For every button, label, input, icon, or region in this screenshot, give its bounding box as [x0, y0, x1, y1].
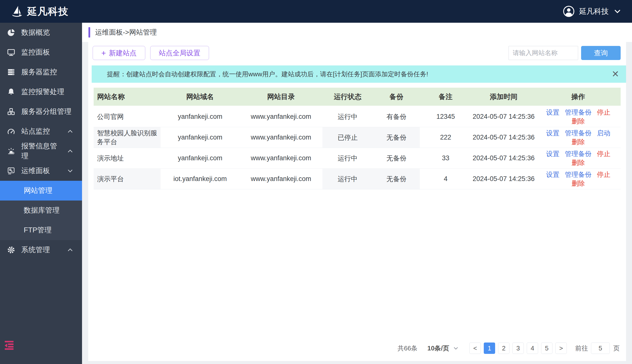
page-button-3[interactable]: 3 [512, 342, 524, 354]
cell-added-time: 2024-05-07 14:25:36 [471, 106, 536, 127]
page-button-1[interactable]: 1 [484, 342, 495, 354]
close-icon[interactable]: ✕ [612, 70, 619, 78]
action-link-删除[interactable]: 删除 [571, 138, 585, 146]
action-link-管理备份[interactable]: 管理备份 [565, 130, 591, 137]
sidebar-subitem-网站管理[interactable]: 网站管理 [0, 181, 82, 200]
cell-actions: 设置管理备份停止删除 [536, 169, 621, 190]
cell-domain: yanfankeji.com [161, 148, 240, 169]
search-input[interactable] [508, 46, 578, 60]
main-area: 运维面板->网站管理 + 新建站点 站点全局设置 [82, 23, 632, 364]
breadcrumb-bar: 运维面板->网站管理 [82, 23, 632, 42]
sidebar-subitem-FTP管理[interactable]: FTP管理 [0, 220, 82, 240]
cell-domain: yanfankeji.com [161, 127, 240, 148]
cell-note: 222 [420, 127, 471, 148]
cubes-icon [7, 108, 15, 116]
cell-site-name: 演示平台 [94, 169, 161, 190]
page-button-5[interactable]: 5 [541, 342, 552, 354]
sidebar-item-7[interactable]: 报警信息管理 [0, 141, 82, 161]
sidebar-item-8[interactable]: 运维面板 [0, 161, 82, 181]
cell-directory: www.yanfankeji.com [240, 169, 322, 190]
sites-table: 网站名称网站域名网站目录运行状态备份备注添加时间操作 公司官网yanfankej… [94, 88, 621, 190]
action-link-设置[interactable]: 设置 [546, 150, 559, 158]
action-link-设置[interactable]: 设置 [546, 109, 559, 116]
cell-note: 33 [420, 148, 471, 169]
cell-actions: 设置管理备份停止删除 [536, 106, 621, 127]
sidebar-item-3[interactable]: 服务器监控 [0, 62, 82, 82]
next-page-button[interactable]: > [555, 342, 567, 354]
brand-name: 延凡科技 [27, 5, 69, 18]
page-button-4[interactable]: 4 [527, 342, 538, 354]
action-link-设置[interactable]: 设置 [546, 130, 559, 137]
page-size-select[interactable]: 10条/页 [427, 344, 459, 353]
cell-directory: www.yanfankeji.com [240, 127, 322, 148]
breadcrumb: 运维面板->网站管理 [95, 28, 157, 37]
sidebar-menu: 数据概览监控面板服务器监控监控报警处理服务器分组管理站点监控报警信息管理运维面板… [0, 23, 82, 260]
sidebar-item-label: 报警信息管理 [21, 141, 61, 161]
breadcrumb-accent [89, 27, 90, 38]
app-root: 延凡科技 延凡科技 数据概览监控面板服务器监控监控报警处理服务器分组管理站点监控… [0, 0, 632, 364]
sidebar-subitem-label: FTP管理 [24, 225, 52, 235]
sidebar-submenu: 网站管理数据库管理FTP管理 [0, 181, 82, 240]
page-button-2[interactable]: 2 [498, 342, 509, 354]
goto-page-input[interactable] [591, 342, 610, 354]
action-link-删除[interactable]: 删除 [571, 159, 585, 166]
sites-table-wrap: 网站名称网站域名网站目录运行状态备份备注添加时间操作 公司官网yanfankej… [94, 88, 621, 190]
top-header: 延凡科技 延凡科技 [0, 0, 632, 23]
sidebar-item-1[interactable]: 数据概览 [0, 23, 82, 42]
cell-status: 已停止 [322, 127, 373, 148]
sidebar-item-5[interactable]: 服务器分组管理 [0, 102, 82, 122]
brand-logo-icon [10, 5, 24, 18]
sidebar-item-2[interactable]: 监控面板 [0, 42, 82, 62]
pie-chart-icon [7, 28, 15, 37]
sidebar-item-6[interactable]: 站点监控 [0, 122, 82, 141]
sidebar-item-label: 监控报警处理 [21, 87, 64, 97]
cell-status: 运行中 [322, 169, 373, 190]
global-settings-button[interactable]: 站点全局设置 [150, 46, 209, 60]
user-menu[interactable]: 延凡科技 [563, 6, 622, 17]
toolbar-buttons: + 新建站点 站点全局设置 [93, 46, 209, 60]
action-link-删除[interactable]: 删除 [571, 180, 585, 187]
table-row: 公司官网yanfankeji.comwww.yanfankeji.com运行中有… [94, 106, 621, 127]
column-header: 网站域名 [161, 88, 240, 106]
content-panel: + 新建站点 站点全局设置 查询 提醒： [88, 42, 626, 361]
shell: 数据概览监控面板服务器监控监控报警处理服务器分组管理站点监控报警信息管理运维面板… [0, 23, 632, 364]
cell-status: 运行中 [322, 106, 373, 127]
cell-backup: 有备份 [373, 106, 420, 127]
action-link-停止[interactable]: 停止 [597, 171, 610, 178]
alert-banner: 提醒：创建站点时会自动创建权限配置，统一使用www用户。建站成功后，请在[计划任… [92, 66, 626, 83]
action-link-设置[interactable]: 设置 [546, 171, 559, 178]
chevron-down-icon [453, 345, 459, 352]
table-row: 演示地址yanfankeji.comwww.yanfankeji.com运行中无… [94, 148, 621, 169]
action-link-停止[interactable]: 停止 [597, 109, 610, 116]
action-link-管理备份[interactable]: 管理备份 [565, 150, 591, 158]
cell-backup: 无备份 [373, 127, 420, 148]
global-settings-label: 站点全局设置 [159, 48, 200, 58]
gear-icon [7, 246, 15, 254]
table-row: 智慧校园人脸识别服务平台yanfankeji.comwww.yanfankeji… [94, 127, 621, 148]
cell-added-time: 2024-05-07 14:25:36 [471, 169, 536, 190]
table-header-row: 网站名称网站域名网站目录运行状态备份备注添加时间操作 [94, 88, 621, 106]
column-header: 网站目录 [240, 88, 322, 106]
collapse-sidebar-icon[interactable] [4, 340, 15, 350]
search-button[interactable]: 查询 [581, 46, 621, 60]
table-body: 公司官网yanfankeji.comwww.yanfankeji.com运行中有… [94, 106, 621, 190]
pagination-total: 共66条 [398, 344, 418, 353]
sidebar-subitem-数据库管理[interactable]: 数据库管理 [0, 200, 82, 220]
action-link-停止[interactable]: 停止 [597, 150, 610, 158]
sidebar-item-9[interactable]: 系统管理 [0, 240, 82, 260]
action-link-删除[interactable]: 删除 [571, 118, 585, 125]
action-link-管理备份[interactable]: 管理备份 [565, 171, 591, 178]
action-link-管理备份[interactable]: 管理备份 [565, 109, 591, 116]
cell-note: 12345 [420, 106, 471, 127]
chevron-up-icon [67, 246, 74, 253]
sidebar-item-label: 系统管理 [21, 245, 50, 255]
page-buttons: 12345 [482, 342, 554, 354]
sidebar: 数据概览监控面板服务器监控监控报警处理服务器分组管理站点监控报警信息管理运维面板… [0, 23, 82, 364]
sidebar-item-4[interactable]: 监控报警处理 [0, 82, 82, 102]
chevron-up-icon [67, 148, 74, 154]
action-link-启动[interactable]: 启动 [597, 130, 610, 137]
new-site-button[interactable]: + 新建站点 [93, 46, 145, 60]
sidebar-item-label: 数据概览 [21, 28, 50, 38]
prev-page-button[interactable]: < [469, 342, 481, 354]
gauge-icon [7, 127, 15, 136]
